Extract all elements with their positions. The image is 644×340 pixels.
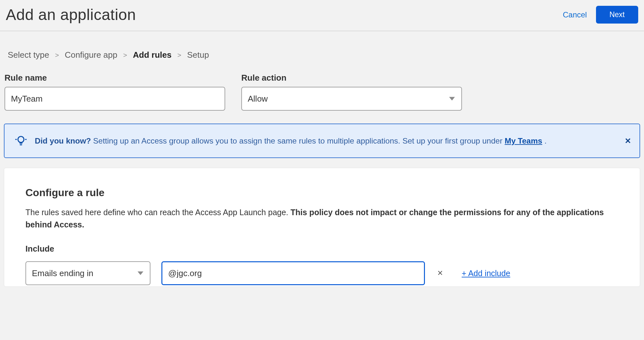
configure-rule-card: Configure a rule The rules saved here de… [4,168,640,287]
configure-rule-title: Configure a rule [25,187,619,199]
rule-action-field: Rule action Allow [241,73,462,111]
rule-name-label: Rule name [5,73,225,83]
info-banner-text: Did you know? Setting up an Access group… [35,135,611,147]
page-header: Add an application Cancel Next [0,0,644,31]
close-icon[interactable]: ✕ [625,136,631,145]
rule-form-row: Rule name Rule action Allow [0,73,644,120]
chevron-down-icon [449,97,455,101]
remove-include-button[interactable]: ✕ [436,269,444,277]
breadcrumb-separator: > [55,51,59,59]
svg-point-2 [18,136,24,143]
include-row: Emails ending in ✕ + Add include [25,261,619,286]
lightbulb-icon [14,133,28,148]
info-banner: Did you know? Setting up an Access group… [4,124,640,158]
rule-action-label: Rule action [241,73,462,83]
rule-name-input[interactable] [5,87,225,111]
breadcrumb-separator: > [123,51,127,59]
info-banner-link[interactable]: My Teams [505,136,542,145]
chevron-down-icon [138,272,143,275]
cancel-button[interactable]: Cancel [563,10,587,19]
breadcrumb: Select type > Configure app > Add rules … [0,31,644,73]
breadcrumb-step-select-type[interactable]: Select type [8,50,49,60]
page-title: Add an application [6,6,136,24]
info-banner-strong: Did you know? [35,136,91,145]
add-include-button[interactable]: + Add include [462,269,510,278]
info-banner-after: . [542,136,547,145]
rule-name-field: Rule name [5,73,225,111]
breadcrumb-step-setup[interactable]: Setup [187,50,209,60]
header-actions: Cancel Next [563,6,638,24]
breadcrumb-separator: > [177,51,181,59]
rule-action-select[interactable]: Allow [241,87,462,111]
breadcrumb-step-add-rules[interactable]: Add rules [133,50,172,60]
include-label: Include [25,244,619,254]
breadcrumb-step-configure-app[interactable]: Configure app [65,50,117,60]
next-button[interactable]: Next [596,6,638,24]
configure-rule-desc-plain: The rules saved here define who can reac… [25,208,291,217]
rule-action-value[interactable]: Allow [241,87,462,111]
include-value-input[interactable] [161,261,425,285]
configure-rule-description: The rules saved here define who can reac… [25,206,619,231]
info-banner-body: Setting up an Access group allows you to… [91,136,505,145]
include-selector[interactable]: Emails ending in [25,261,150,285]
include-selector-value[interactable]: Emails ending in [25,261,150,285]
